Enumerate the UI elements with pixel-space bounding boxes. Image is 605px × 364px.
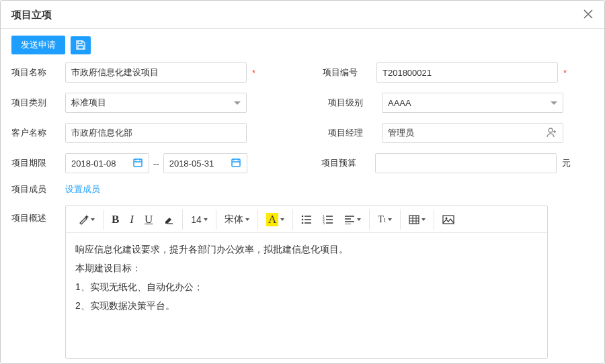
caret-down-icon	[91, 218, 95, 221]
fontname-value: 宋体	[225, 214, 243, 226]
caret-down-icon	[388, 218, 392, 221]
caret-down-icon	[421, 218, 426, 221]
period-start-input[interactable]: 2018-01-08	[65, 153, 149, 173]
project-period-label: 项目期限	[11, 157, 65, 169]
svg-point-4	[302, 218, 304, 220]
project-manager-field[interactable]: 管理员	[382, 123, 563, 143]
required-mark: *	[563, 68, 567, 78]
project-name-input[interactable]	[65, 62, 247, 83]
calendar-icon	[132, 157, 143, 170]
project-level-value: AAAA	[388, 98, 411, 108]
italic-button[interactable]: I	[124, 210, 139, 230]
ordered-list-button[interactable]: 123	[317, 210, 339, 230]
project-name-label: 项目名称	[11, 66, 65, 79]
image-button[interactable]	[437, 210, 460, 230]
svg-point-5	[302, 222, 304, 224]
editor-toolbar: B I U 14 宋体 A	[66, 206, 547, 233]
svg-point-0	[549, 128, 553, 132]
project-budget-input[interactable]	[375, 153, 557, 173]
project-level-label: 项目级别	[328, 97, 382, 109]
project-manager-value: 管理员	[388, 127, 414, 139]
project-members-label: 项目成员	[11, 183, 65, 195]
svg-point-3	[302, 215, 304, 217]
project-category-label: 项目类别	[11, 97, 65, 109]
project-manager-label: 项目经理	[328, 127, 382, 139]
period-end-input[interactable]: 2018-05-31	[163, 153, 247, 173]
svg-rect-1	[134, 159, 142, 167]
table-button[interactable]	[403, 210, 434, 230]
period-separator: --	[153, 158, 159, 169]
dialog-title: 项目立项	[11, 9, 594, 21]
project-category-select[interactable]: 标准项目	[65, 93, 247, 113]
close-button[interactable]	[581, 7, 595, 21]
desc-line: 本期建设目标：	[75, 259, 538, 277]
unordered-list-button[interactable]	[296, 210, 317, 230]
calendar-icon	[231, 157, 241, 170]
font-color-button[interactable]: A	[261, 210, 293, 230]
caret-down-icon	[245, 218, 249, 221]
send-application-button[interactable]: 发送申请	[11, 36, 65, 54]
desc-line: 响应信息化建设要求，提升各部门办公效率，拟批建信息化项目。	[75, 240, 538, 259]
fontsize-value: 14	[191, 214, 202, 225]
caret-down-icon	[234, 101, 241, 105]
svg-rect-2	[232, 159, 240, 167]
period-end-value: 2018-05-31	[169, 158, 214, 169]
project-budget-label: 项目预算	[321, 157, 375, 169]
budget-unit: 元	[562, 157, 571, 169]
fontsize-select[interactable]: 14	[186, 210, 216, 230]
svg-text:3: 3	[323, 221, 325, 224]
desc-line: 2、实现数据决策平台。	[75, 296, 538, 315]
align-button[interactable]	[339, 210, 370, 230]
project-desc-label: 项目概述	[11, 206, 65, 224]
svg-rect-9	[409, 216, 419, 224]
caret-down-icon	[551, 101, 557, 105]
fontname-select[interactable]: 宋体	[219, 210, 258, 230]
customer-name-input[interactable]	[65, 123, 247, 143]
period-start-value: 2018-01-08	[71, 158, 116, 169]
set-members-link[interactable]: 设置成员	[65, 183, 100, 195]
underline-button[interactable]: U	[139, 210, 158, 230]
text-style-button[interactable]: TI	[372, 210, 401, 230]
svg-rect-10	[443, 216, 454, 224]
customer-name-label: 客户名称	[11, 127, 65, 139]
required-mark: *	[252, 68, 255, 78]
caret-down-icon	[357, 218, 361, 221]
add-person-icon[interactable]	[547, 127, 557, 140]
editor-content[interactable]: 响应信息化建设要求，提升各部门办公效率，拟批建信息化项目。 本期建设目标： 1、…	[66, 233, 547, 358]
project-code-input[interactable]	[376, 62, 558, 83]
project-level-select[interactable]: AAAA	[382, 93, 563, 113]
project-category-value: 标准项目	[71, 97, 106, 109]
desc-line: 1、实现无纸化、自动化办公；	[75, 277, 538, 296]
project-code-label: 项目编号	[323, 66, 376, 79]
magic-format-button[interactable]	[73, 210, 104, 230]
bold-button[interactable]: B	[106, 210, 124, 230]
eraser-button[interactable]	[158, 210, 183, 230]
rich-text-editor: B I U 14 宋体 A	[65, 206, 548, 359]
svg-point-11	[445, 217, 447, 219]
caret-down-icon	[280, 218, 284, 221]
save-button[interactable]	[71, 36, 91, 54]
caret-down-icon	[204, 218, 208, 221]
